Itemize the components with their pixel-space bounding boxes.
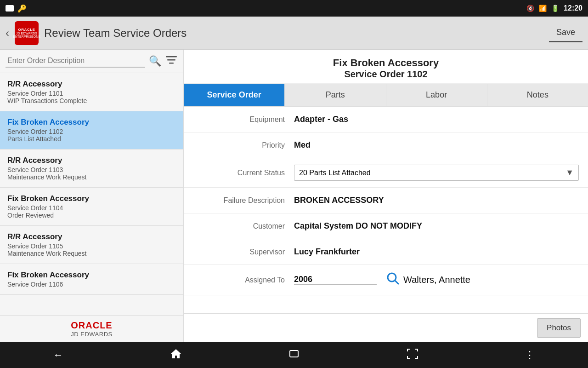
equipment-label: Equipment bbox=[193, 115, 294, 124]
mute-icon: 🔇 bbox=[526, 5, 534, 12]
tab-service-order[interactable]: Service Order bbox=[184, 84, 285, 106]
item-title: R/R Accessory bbox=[7, 80, 176, 89]
status-label: Current Status bbox=[193, 169, 294, 177]
dropdown-arrow-icon: ▼ bbox=[565, 168, 574, 178]
nav-screenshot-button[interactable] bbox=[397, 345, 428, 366]
monitor-icon bbox=[6, 5, 14, 12]
customer-row: Customer Capital System DO NOT MODIFY bbox=[184, 213, 588, 239]
supervisor-value: Lucy Frankfurter bbox=[294, 247, 360, 257]
main-layout: 🔍 R/R Accessory Service Order 1101 WIP T… bbox=[0, 50, 588, 342]
list-item[interactable]: Fix Broken Accessory Service Order 1104 … bbox=[0, 188, 183, 226]
list-item[interactable]: Fix Broken Accessory Service Order 1106 bbox=[0, 264, 183, 295]
equipment-value: Adapter - Gas bbox=[294, 115, 348, 124]
item-order-num: Service Order 1104 bbox=[7, 204, 176, 212]
priority-value: Med bbox=[294, 140, 311, 150]
item-status: Maintenance Work Request bbox=[7, 250, 176, 257]
failure-row: Failure Description BROKEN ACCESSORY bbox=[184, 188, 588, 213]
app-bar: ‹ ORACLE JD EDWARDS ENTERPRISEONE Review… bbox=[0, 17, 588, 50]
tab-parts[interactable]: Parts bbox=[285, 84, 386, 106]
detail-content: Equipment Adapter - Gas Priority Med Cur… bbox=[184, 107, 588, 313]
detail-title: Fix Broken Accessory bbox=[193, 57, 579, 69]
search-input[interactable] bbox=[6, 55, 145, 68]
order-list: R/R Accessory Service Order 1101 WIP Tra… bbox=[0, 73, 183, 315]
item-title: Fix Broken Accessory bbox=[7, 118, 176, 127]
assigned-row: Assigned To Walters, Annette bbox=[184, 265, 588, 295]
assigned-name: Walters, Annette bbox=[403, 275, 470, 285]
list-item[interactable]: R/R Accessory Service Order 1101 WIP Tra… bbox=[0, 73, 183, 111]
nav-more-button[interactable]: ⋮ bbox=[515, 345, 544, 365]
svg-rect-2 bbox=[169, 63, 174, 64]
jde-logo-text: JD EDWARDS bbox=[16, 32, 37, 35]
jde-logo-text2: ENTERPRISEONE bbox=[13, 35, 40, 38]
item-order-num: Service Order 1106 bbox=[7, 281, 176, 288]
photos-bar: Photos bbox=[184, 313, 588, 342]
customer-label: Customer bbox=[193, 222, 294, 230]
app-title: Review Team Service Orders bbox=[44, 27, 187, 40]
tab-notes[interactable]: Notes bbox=[487, 84, 588, 106]
assigned-input[interactable] bbox=[294, 275, 377, 285]
search-icon[interactable]: 🔍 bbox=[149, 55, 161, 67]
svg-rect-6 bbox=[290, 351, 298, 357]
status-dropdown[interactable]: 20 Parts List Attached ▼ bbox=[294, 165, 579, 181]
svg-rect-0 bbox=[166, 56, 177, 58]
item-order-num: Service Order 1102 bbox=[7, 128, 176, 135]
oracle-footer: ORACLE JD EDWARDS bbox=[0, 315, 183, 342]
svg-line-4 bbox=[395, 281, 398, 284]
right-panel: Fix Broken Accessory Service Order 1102 … bbox=[184, 50, 588, 342]
wifi-icon: 📶 bbox=[539, 5, 547, 12]
item-status: Parts List Attached bbox=[7, 135, 176, 143]
oracle-logo: ORACLE JD EDWARDS ENTERPRISEONE bbox=[15, 21, 39, 45]
item-status: Maintenance Work Request bbox=[7, 173, 176, 181]
nav-recents-button[interactable] bbox=[280, 345, 309, 366]
nav-back-button[interactable]: ← bbox=[44, 345, 73, 365]
oracle-logo-text: ORACLE bbox=[18, 28, 35, 32]
oracle-jde: JD EDWARDS bbox=[5, 331, 179, 338]
svg-rect-1 bbox=[167, 59, 175, 61]
clock: 12:20 bbox=[564, 4, 582, 12]
left-panel: 🔍 R/R Accessory Service Order 1101 WIP T… bbox=[0, 50, 184, 342]
item-title: Fix Broken Accessory bbox=[7, 270, 176, 280]
detail-subtitle: Service Order 1102 bbox=[193, 69, 579, 80]
failure-value: BROKEN ACCESSORY bbox=[294, 196, 384, 205]
status-row: Current Status 20 Parts List Attached ▼ bbox=[184, 158, 588, 188]
supervisor-label: Supervisor bbox=[193, 248, 294, 256]
list-item[interactable]: Fix Broken Accessory Service Order 1102 … bbox=[0, 111, 183, 150]
item-title: Fix Broken Accessory bbox=[7, 194, 176, 203]
priority-row: Priority Med bbox=[184, 132, 588, 158]
failure-label: Failure Description bbox=[193, 196, 294, 205]
supervisor-row: Supervisor Lucy Frankfurter bbox=[184, 239, 588, 265]
status-bar: 🔑 🔇 📶 🔋 12:20 bbox=[0, 0, 588, 17]
photos-button[interactable]: Photos bbox=[537, 318, 581, 338]
item-order-num: Service Order 1105 bbox=[7, 242, 176, 250]
status-value: 20 Parts List Attached bbox=[299, 169, 371, 177]
assigned-search-icon[interactable] bbox=[386, 271, 400, 288]
item-title: R/R Accessory bbox=[7, 156, 176, 165]
search-bar: 🔍 bbox=[0, 50, 183, 73]
item-order-num: Service Order 1103 bbox=[7, 166, 176, 173]
nav-home-button[interactable] bbox=[160, 345, 192, 366]
back-button[interactable]: ‹ bbox=[6, 27, 9, 40]
item-order-num: Service Order 1101 bbox=[7, 90, 176, 97]
key-icon: 🔑 bbox=[17, 4, 27, 13]
priority-label: Priority bbox=[193, 141, 294, 150]
list-item[interactable]: R/R Accessory Service Order 1105 Mainten… bbox=[0, 226, 183, 264]
list-item[interactable]: R/R Accessory Service Order 1103 Mainten… bbox=[0, 150, 183, 188]
save-button[interactable]: Save bbox=[549, 24, 582, 42]
equipment-row: Equipment Adapter - Gas bbox=[184, 107, 588, 132]
battery-icon: 🔋 bbox=[551, 5, 559, 12]
item-status: Order Reviewed bbox=[7, 212, 176, 219]
bottom-nav: ← ⋮ bbox=[0, 342, 588, 368]
item-title: R/R Accessory bbox=[7, 232, 176, 242]
detail-header: Fix Broken Accessory Service Order 1102 bbox=[184, 50, 588, 84]
assigned-label: Assigned To bbox=[193, 276, 294, 284]
tab-bar: Service Order Parts Labor Notes bbox=[184, 84, 588, 107]
oracle-name: ORACLE bbox=[5, 320, 179, 331]
tab-labor[interactable]: Labor bbox=[386, 84, 487, 106]
item-status: WIP Transactions Complete bbox=[7, 97, 176, 104]
svg-marker-5 bbox=[170, 349, 181, 358]
customer-value: Capital System DO NOT MODIFY bbox=[294, 221, 422, 231]
filter-icon[interactable] bbox=[165, 54, 178, 68]
